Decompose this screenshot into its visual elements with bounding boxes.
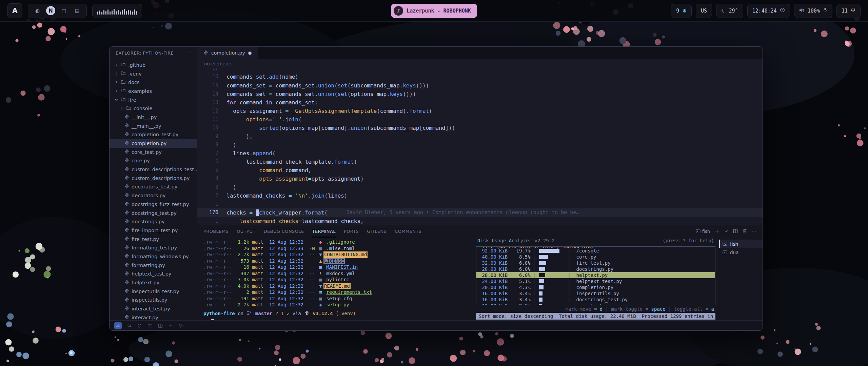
tree-file-decorators-py[interactable]: decorators.py (110, 191, 197, 200)
dua-row[interactable]: 24.00 KiB|5.1%||helptext_test.py (476, 278, 715, 284)
clock-widget[interactable]: 12:40:24 (747, 4, 790, 18)
terminal-fish[interactable]: .rw-r--r--1.2kmatt12 Aug 12:32--◆.gitign… (197, 237, 473, 321)
explorer-more-button[interactable]: ··· (188, 50, 193, 56)
code-line: 12 opts_assignment = _GetOptsAssignmentT… (197, 107, 763, 115)
keyboard-layout-widget[interactable]: US (696, 4, 712, 18)
panel-tab-gitlens[interactable]: GITLENS (367, 225, 387, 237)
gear-icon[interactable] (178, 323, 183, 328)
code-text: ) (226, 141, 236, 149)
panel-tab-ports[interactable]: PORTS (344, 225, 359, 237)
notifications-widget[interactable]: 11 (836, 4, 861, 18)
tree-file-decorators-test-py[interactable]: decorators_test.py (110, 183, 197, 191)
code-token: commands_set (276, 82, 315, 89)
tree-file-fire-test-py[interactable]: fire_test.py (110, 235, 197, 244)
tree-file--main-py[interactable]: __main__.py (110, 122, 197, 130)
tree-file-custom-descriptions-test-[interactable]: custom_descriptions_test… (110, 165, 197, 174)
search-icon[interactable] (127, 323, 132, 328)
tab-completion-py[interactable]: completion.py ● (197, 47, 258, 59)
dua-row[interactable]: 40.00 KiB|8.5%||core.py (476, 254, 715, 260)
tree-item-label: interact.py (132, 315, 158, 320)
ellipsis-icon[interactable] (752, 229, 756, 233)
panel-tab-comments[interactable]: COMMENTS (395, 225, 421, 237)
ellipsis-icon[interactable] (168, 323, 173, 328)
system-graph-widget[interactable] (92, 4, 142, 18)
remote-indicator-button[interactable]: ⇄ (114, 322, 122, 329)
dua-row[interactable]: 12.00 KiB|2.6%||core_test.py (476, 303, 715, 305)
terminal-list-item-fish[interactable]: fish (719, 240, 763, 248)
dua-filename: core.py (573, 254, 596, 260)
shell-profile-button[interactable]: fish (696, 229, 710, 234)
trash-icon[interactable] (743, 229, 747, 233)
weather-widget[interactable]: ☾ 29° (716, 4, 743, 18)
dua-row[interactable]: 16.00 KiB|3.4%||inspectutils.py (476, 290, 715, 297)
panel-tab-debug-console[interactable]: DEBUG CONSOLE (264, 225, 304, 237)
workspace-n-icon[interactable]: N (46, 6, 55, 15)
tree-file-docstrings-fuzz-test-py[interactable]: docstrings_fuzz_test.py (110, 200, 197, 209)
tree-file-docstrings-test-py[interactable]: docstrings_test.py (110, 209, 197, 218)
tree-file-inspectutils-py[interactable]: inspectutils.py (110, 296, 197, 305)
plus-icon[interactable] (715, 229, 719, 233)
tree-file-completion-py[interactable]: completion.py (110, 139, 197, 148)
tree-folder-docs[interactable]: docs (110, 78, 197, 87)
sync-icon[interactable] (137, 323, 142, 328)
launcher-button[interactable]: A (7, 3, 22, 18)
panel-tab-terminal[interactable]: TERMINAL (312, 225, 336, 237)
tree-file-formatting-py[interactable]: formatting.py (110, 261, 197, 270)
tree-file-interact-py[interactable]: interact.py (110, 313, 197, 320)
dua-row[interactable]: 20.00 KiB|4.3%||completion.py (476, 284, 715, 290)
tree-folder-examples[interactable]: examples (110, 87, 197, 96)
terminal-dua[interactable]: Disk Usage Analyzer v2.29.2 (press ? for… (473, 237, 719, 321)
tree-file--init-py[interactable]: __init__.py (110, 113, 197, 122)
ls-permissions: .rw-r--r-- (203, 277, 232, 283)
tree-file-formatting-test-py[interactable]: formatting_test.py (110, 243, 197, 252)
split-icon[interactable] (733, 229, 738, 233)
code-text: checks = check_wrapper.format( (226, 208, 328, 217)
tree-file-helptext-test-py[interactable]: helptext_test.py (110, 270, 197, 279)
tree-folder-console[interactable]: console (110, 104, 197, 113)
breadcrumb[interactable]: no elements (197, 59, 763, 68)
tree-folder-fire[interactable]: fire (110, 96, 197, 104)
tree-folder--venv[interactable]: .venv (110, 69, 197, 78)
workspace-record-icon[interactable]: ◐ (33, 6, 42, 15)
music-widget[interactable]: ♪ Lazerpunk - ROBOPHONK (391, 4, 477, 18)
tree-file-docstrings-py[interactable]: docstrings.py (110, 217, 197, 226)
terminal-list-item-dua[interactable]: dua (719, 248, 763, 257)
keyboard-layout-label: US (701, 8, 707, 14)
ls-git-status: -- (306, 264, 318, 270)
code-token: check_wrapper (259, 209, 301, 216)
code-line: 8 ) (197, 141, 763, 149)
audio-widget[interactable]: 100% (794, 4, 832, 18)
dua-row[interactable]: 28.00 KiB|6.0%||docstrings.py (476, 266, 715, 272)
code-token: . (301, 209, 305, 216)
tree-folder--github[interactable]: .github (110, 61, 197, 69)
dua-mark-segment: d (600, 306, 603, 312)
panel-tab-output[interactable]: OUTPUT (237, 225, 255, 237)
dua-row[interactable]: 32.00 KiB|6.8%||fire_test.py (476, 260, 715, 266)
terminal-ls-row: .rw-r--r--26matt12 Aug 12:33-N■.mise.tom… (203, 245, 473, 252)
tree-file-core-test-py[interactable]: core_test.py (110, 148, 197, 157)
split-icon[interactable] (158, 323, 163, 328)
code-editor[interactable]: 17"""16commands_set.add(name)15commands_… (197, 68, 763, 225)
tree-file-interact-test-py[interactable]: interact_test.py (110, 304, 197, 313)
workspace-file-icon[interactable]: ▤ (73, 6, 82, 15)
panel-tab-problems[interactable]: PROBLEMS (203, 225, 229, 237)
code-text: ) (226, 183, 236, 191)
tree-file-inspectutils-test-py[interactable]: inspectutils_test.py (110, 287, 197, 296)
tree-file-fire-import-test-py[interactable]: fire_import_test.py (110, 226, 197, 235)
code-token: = (282, 108, 292, 114)
updates-widget[interactable]: 9 ❄ (671, 4, 692, 18)
chevron-down-icon[interactable] (724, 229, 728, 233)
modified-dot-icon: ● (248, 50, 252, 55)
dua-row[interactable]: 16.00 KiB|3.4%||docstrings_test.py (476, 297, 715, 303)
dua-filename: helptext.py (573, 272, 608, 278)
tree-file-completion-test-py[interactable]: completion_test.py (110, 130, 197, 139)
tree-file-helptext-py[interactable]: helptext.py (110, 278, 197, 287)
tree-file-custom-descriptions-py[interactable]: custom_descriptions.py (110, 174, 197, 183)
graph-bar (122, 10, 123, 15)
tree-file-formatting-windows-py[interactable]: formatting_windows.py (110, 252, 197, 261)
dua-row[interactable]: 28.00 KiB|6.0%||helptext.py (476, 272, 715, 278)
workspace-window-icon[interactable]: ▢ (59, 6, 68, 15)
folder-icon[interactable] (147, 323, 153, 328)
code-token: options (226, 116, 269, 123)
tree-file-core-py[interactable]: core.py (110, 157, 197, 165)
